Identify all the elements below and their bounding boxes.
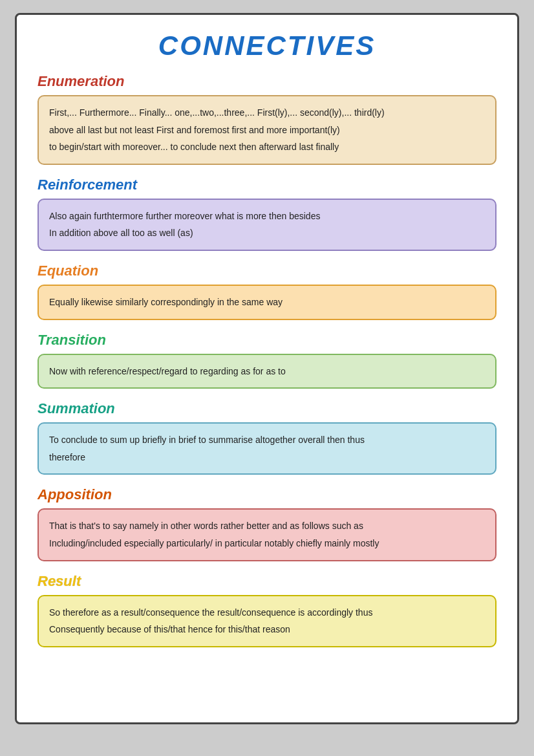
page-title: CONNECTIVES: [37, 30, 497, 61]
content-box-reinforcement: Also again furthtermore further moreover…: [37, 199, 497, 251]
line-transition-0: Now with reference/respect/regard to reg…: [49, 363, 485, 380]
section-title-equation: Equation: [37, 263, 497, 279]
section-summation: SummationTo conclude to sum up briefly i…: [37, 400, 497, 475]
line-enumeration-2: to begin/start with moreover... to concl…: [49, 138, 485, 156]
line-result-1: Consequently because of this/that hence …: [49, 621, 485, 638]
line-enumeration-1: above all last but not least First and f…: [49, 122, 485, 139]
section-result: ResultSo therefore as a result/consequen…: [37, 573, 497, 647]
line-reinforcement-1: In addition above all too as well (as): [49, 224, 485, 242]
section-reinforcement: ReinforcementAlso again furthtermore fur…: [37, 177, 497, 251]
content-box-apposition: That is that's to say namely in other wo…: [37, 508, 497, 561]
line-reinforcement-0: Also again furthtermore further moreover…: [49, 208, 485, 225]
section-apposition: AppositionThat is that's to say namely i…: [37, 486, 497, 561]
content-box-summation: To conclude to sum up briefly in brief t…: [37, 422, 497, 475]
content-box-equation: Equally likewise similarly corresponding…: [37, 285, 497, 320]
section-title-enumeration: Enumeration: [37, 73, 497, 90]
line-summation-0: To conclude to sum up briefly in brief t…: [49, 431, 485, 449]
line-summation-1: therefore: [49, 449, 485, 466]
section-title-summation: Summation: [37, 400, 497, 417]
section-title-transition: Transition: [37, 332, 497, 349]
line-apposition-0: That is that's to say namely in other wo…: [49, 517, 485, 535]
line-enumeration-0: First,... Furthermore... Finally... one,…: [49, 104, 485, 122]
line-apposition-1: Including/included especially particular…: [49, 535, 485, 552]
section-equation: EquationEqually likewise similarly corre…: [37, 263, 497, 320]
content-box-enumeration: First,... Furthermore... Finally... one,…: [37, 95, 497, 165]
section-transition: TransitionNow with reference/respect/reg…: [37, 332, 497, 389]
section-title-apposition: Apposition: [37, 486, 497, 503]
section-title-result: Result: [37, 573, 497, 590]
section-title-reinforcement: Reinforcement: [37, 177, 497, 193]
line-result-0: So therefore as a result/consequence the…: [49, 604, 485, 621]
content-box-transition: Now with reference/respect/regard to reg…: [37, 354, 497, 389]
content-box-result: So therefore as a result/consequence the…: [37, 595, 497, 647]
section-enumeration: EnumerationFirst,... Furthermore... Fina…: [37, 73, 497, 165]
line-equation-0: Equally likewise similarly corresponding…: [49, 294, 485, 311]
page: CONNECTIVES EnumerationFirst,... Further…: [15, 13, 519, 724]
